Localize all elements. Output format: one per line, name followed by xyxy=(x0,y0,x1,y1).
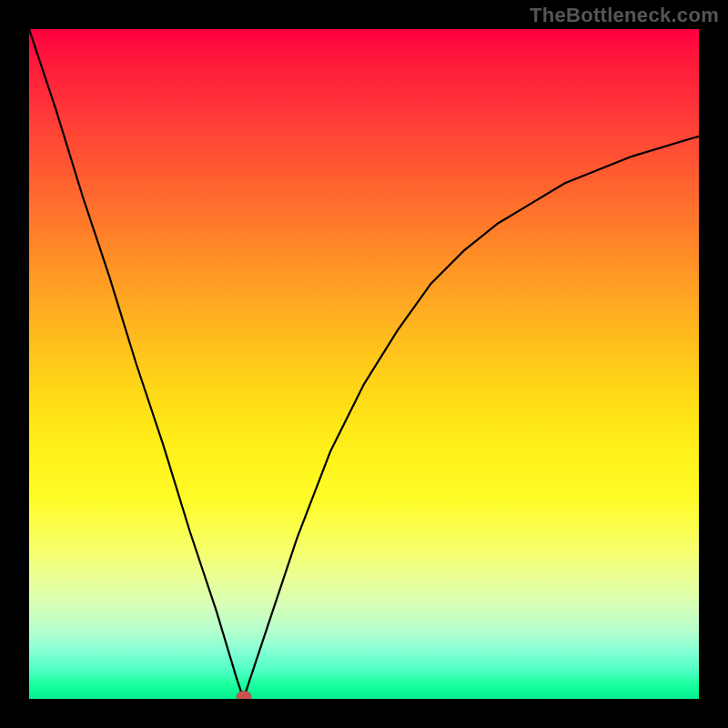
bottleneck-curve xyxy=(29,29,699,699)
plot-area xyxy=(29,29,699,699)
watermark-label: TheBottleneck.com xyxy=(530,4,719,27)
chart-frame: TheBottleneck.com xyxy=(0,0,728,728)
curve-path xyxy=(29,29,699,699)
minimum-marker xyxy=(237,691,251,699)
